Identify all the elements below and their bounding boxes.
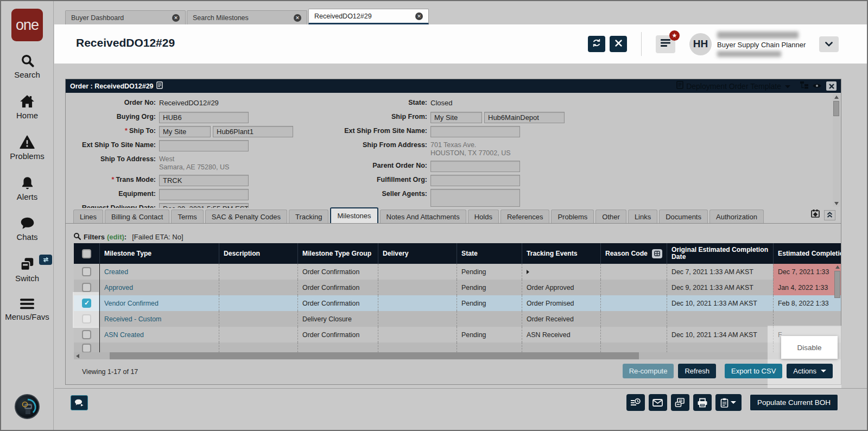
ship-from-site-input[interactable]: Hub6MainDepot [484,112,565,123]
col-milestone-type-group[interactable]: Milestone Type Group [297,243,378,264]
milestone-type-link[interactable]: ASN Created [99,327,219,343]
fax-button[interactable] [671,394,689,411]
ship-to-type-input[interactable]: My Site [159,126,211,137]
tab-search-milestones[interactable]: Search Milestones ✕ [187,10,307,24]
chat-button[interactable] [71,395,88,410]
row-checkbox[interactable] [82,283,91,292]
table-row[interactable]: Created Order Confirmation Pending Dec 7… [74,264,841,280]
template-selector[interactable]: Deployment Order Template [686,82,781,91]
col-state[interactable]: State [457,243,522,264]
hierarchy-icon[interactable] [800,81,809,91]
audit-history-button[interactable] [626,394,645,411]
col-description[interactable]: Description [219,243,297,264]
tab-terms[interactable]: Terms [171,210,203,223]
equipment-input[interactable] [159,189,249,200]
trans-mode-input[interactable]: TRCK [159,175,249,186]
tab-close-icon[interactable]: ✕ [415,12,423,20]
row-checkbox[interactable] [82,330,91,339]
milestone-type-link[interactable]: Created [99,264,219,280]
col-delivery[interactable]: Delivery [378,243,457,264]
milestone-type-link[interactable]: Approved [99,280,219,295]
menu-item-disable[interactable]: Disable [797,344,821,352]
expand-icon[interactable] [527,270,529,274]
tab-tracking[interactable]: Tracking [289,210,328,223]
ship-to-site-input[interactable]: Hub6Plant1 [213,126,293,137]
refresh-button[interactable] [588,36,605,52]
col-original-estimated[interactable]: Original Estimated Completion Date [667,243,773,264]
global-menu-button[interactable]: ★ [656,35,675,53]
scrollbar-thumb[interactable] [110,352,639,359]
message-button[interactable] [649,394,667,411]
col-reason-code[interactable]: Reason Code [600,243,667,264]
print-button[interactable] [693,394,712,411]
tab-documents[interactable]: Documents [659,210,708,223]
close-view-button[interactable] [610,36,627,52]
buying-org-input[interactable]: HUB6 [159,112,249,123]
panel-close-button[interactable] [826,81,837,91]
tab-authorization[interactable]: Authorization [709,210,764,223]
reason-code-grid-icon[interactable] [652,249,662,258]
user-menu-button[interactable] [819,36,839,52]
tab-received-do[interactable]: ReceivedDO12#29 ✕ [308,9,429,24]
tab-other[interactable]: Other [595,210,626,223]
export-csv-button[interactable]: Export to CSV [725,364,782,378]
chevron-down-icon[interactable] [784,81,791,91]
tab-lines[interactable]: Lines [73,210,103,223]
sidebar-item-switch[interactable]: Switch [15,257,39,283]
tab-links[interactable]: Links [628,210,657,223]
scrollbar-thumb[interactable] [834,271,840,298]
sidebar-item-problems[interactable]: Problems [10,135,44,161]
tab-notes-attachments[interactable]: Notes And Attachments [380,210,466,223]
table-row[interactable]: Vendor Confirmed Order Confirmation Pend… [74,295,841,311]
form-scrollbar[interactable] [833,94,840,207]
table-row[interactable]: ASN Created Order Confirmation Pending A… [74,327,841,343]
assistant-avatar[interactable] [15,394,40,419]
ship-from-type-input[interactable]: My Site [430,112,482,123]
sidebar-item-menus-favs[interactable]: Menus/Favs [5,298,49,321]
ext-ship-from-input[interactable] [430,126,520,137]
actions-button[interactable]: Actions [787,364,833,378]
sidebar-item-alerts[interactable]: Alerts [17,176,37,201]
fulfillment-org-input[interactable] [430,175,520,186]
tab-references[interactable]: References [500,210,549,223]
tab-problems[interactable]: Problems [551,210,594,223]
collapse-panel-button[interactable] [824,210,835,220]
tab-close-icon[interactable]: ✕ [172,14,180,22]
grid-settings-icon[interactable] [810,209,821,221]
one-logo[interactable]: one [11,9,43,41]
col-estimated[interactable]: Estimated Completion Date [773,243,841,264]
row-checkbox[interactable] [82,299,91,308]
parent-order-input[interactable] [430,161,520,172]
milestone-type-link[interactable]: Received - Custom [99,311,219,327]
col-tracking-events[interactable]: Tracking Events [522,243,600,264]
tab-sac-penalty[interactable]: SAC & Penalty Codes [205,210,287,223]
document-icon[interactable] [156,81,163,91]
row-checkbox[interactable] [82,267,91,276]
sidebar-item-home[interactable]: Home [16,94,38,120]
seller-agents-input[interactable] [430,189,520,207]
populate-current-boh-button[interactable]: Populate Current BOH [750,394,838,411]
scroll-down-icon[interactable] [833,200,840,207]
recompute-button[interactable]: Re-compute [623,364,674,378]
sidebar-item-search[interactable]: Search [14,53,40,79]
scroll-up-icon[interactable] [833,94,840,100]
tab-milestones[interactable]: Milestones [330,207,378,223]
table-row[interactable]: Approved Order Confirmation Pending Orde… [74,280,841,295]
filters-edit-link[interactable]: (edit) [107,233,124,241]
row-checkbox[interactable] [82,344,91,352]
col-milestone-type[interactable]: Milestone Type [99,243,219,264]
request-delivery-date-input[interactable]: Dec 29, 2021 5:55 PM EST [159,203,249,208]
eye-icon[interactable] [812,81,822,91]
tab-buyer-dashboard[interactable]: Buyer Dashboard ✕ [65,10,186,24]
tab-holds[interactable]: Holds [468,210,499,223]
table-row[interactable]: Received - Custom Delivery Closure Order… [74,311,841,327]
scroll-up-icon[interactable] [834,264,841,270]
scroll-left-icon[interactable] [74,352,81,359]
scrollbar-thumb[interactable] [833,101,839,116]
tab-close-icon[interactable]: ✕ [294,14,301,22]
refresh-grid-button[interactable]: Refresh [678,364,716,378]
report-menu-button[interactable] [715,394,742,411]
sidebar-item-chats[interactable]: Chats [16,217,37,242]
milestone-type-link[interactable]: Vendor Confirmed [99,295,219,311]
tab-billing-contact[interactable]: Billing & Contact [105,210,169,223]
